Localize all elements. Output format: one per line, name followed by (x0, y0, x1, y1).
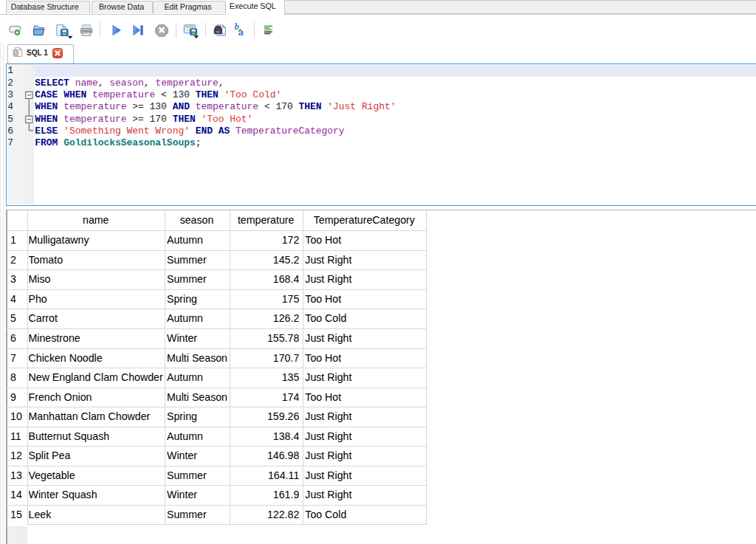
svg-text:a: a (238, 27, 244, 38)
